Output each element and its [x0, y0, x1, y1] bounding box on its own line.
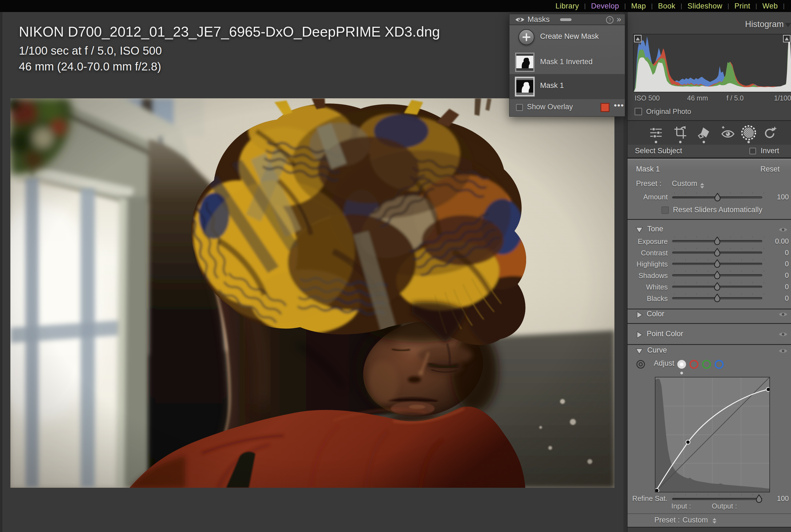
svg-text:?: ? — [608, 18, 611, 23]
